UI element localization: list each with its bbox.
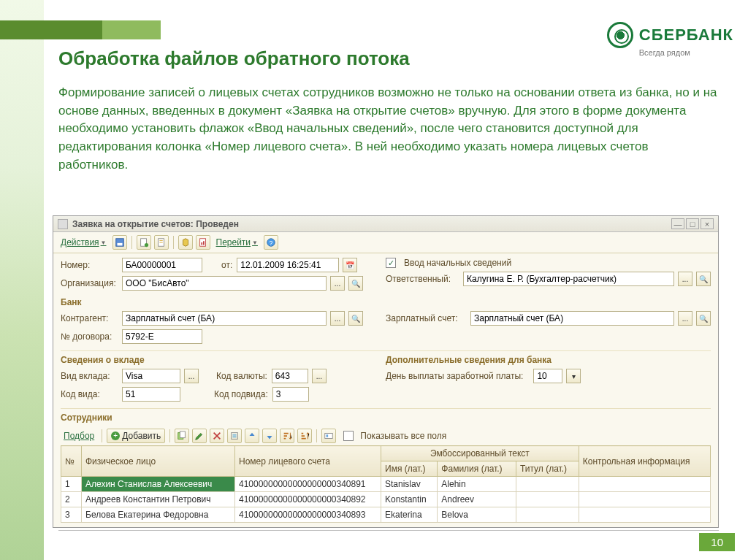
contragent-input[interactable]	[122, 311, 327, 326]
svg-rect-1	[117, 243, 122, 246]
move-up-icon[interactable]	[245, 429, 259, 443]
select-link[interactable]: Подбор	[61, 429, 97, 442]
contragent-select-button[interactable]: ...	[330, 311, 345, 326]
settings-icon[interactable]	[321, 429, 336, 443]
actions-menu[interactable]: Действия▼	[58, 236, 110, 249]
bank-section-header: Банк	[61, 297, 711, 307]
contragent-label: Контрагент:	[61, 313, 118, 323]
initial-data-label: Ввод начальных сведений	[404, 258, 511, 268]
payout-day-label: День выплаты заработной платы:	[386, 371, 523, 381]
table-row[interactable]: 3 Белова Екатерина Федоровна 41000000000…	[61, 507, 711, 523]
footer-divider	[58, 530, 719, 531]
subkind-input[interactable]	[272, 387, 309, 402]
move-down-icon[interactable]	[262, 429, 277, 443]
deposit-type-select-button[interactable]: ...	[184, 369, 199, 383]
resp-search-button[interactable]: 🔍	[696, 272, 711, 286]
contragent-search-button[interactable]: 🔍	[348, 311, 363, 326]
deposit-section-header: Сведения о вкладе	[61, 350, 386, 365]
svg-text:?: ?	[270, 239, 273, 247]
contract-input[interactable]	[122, 329, 202, 344]
initial-data-checkbox[interactable]: ✓	[386, 258, 396, 268]
svg-rect-11	[180, 431, 186, 438]
employees-table: № Физическое лицо Номер лицевого счета Э…	[61, 445, 711, 523]
number-label: Номер:	[61, 260, 118, 270]
maximize-button[interactable]: □	[686, 218, 699, 229]
table-row[interactable]: 2 Андреев Константин Петрович 4100000000…	[61, 492, 711, 507]
from-label: от:	[221, 260, 232, 270]
sort-asc-icon[interactable]	[280, 429, 294, 443]
add-button[interactable]: +Добавить	[107, 429, 165, 443]
col-account[interactable]: Номер лицевого счета	[235, 446, 381, 477]
row-refresh-icon[interactable]	[227, 429, 242, 443]
resp-select-button[interactable]: ...	[678, 272, 692, 286]
kind-code-input[interactable]	[122, 387, 180, 402]
deposit-type-label: Вид вклада:	[61, 371, 118, 381]
org-search-button[interactable]: 🔍	[348, 276, 363, 291]
sort-desc-icon[interactable]	[297, 429, 312, 443]
brand-tagline: Всегда рядом	[639, 48, 733, 57]
payout-day-input[interactable]	[533, 369, 562, 383]
application-window: Заявка на открытие счетов: Проведен — □ …	[53, 215, 719, 528]
col-person[interactable]: Физическое лицо	[82, 446, 235, 477]
toolbar-icon-report[interactable]	[196, 235, 210, 250]
toolbar-icon-help[interactable]: ?	[264, 235, 278, 250]
salary-acc-label: Зарплатный счет:	[386, 313, 466, 323]
minimize-button[interactable]: —	[671, 218, 684, 229]
slide-paragraph: Формирование записей о лицевых счетах со…	[58, 84, 719, 174]
slide-title: Обработка файлов обратного потока	[58, 47, 410, 70]
svg-point-3	[144, 243, 148, 247]
col-control[interactable]: Контрольная информация	[579, 446, 710, 477]
window-icon	[58, 219, 68, 229]
goto-menu[interactable]: Перейти▼	[213, 236, 261, 249]
window-titlebar[interactable]: Заявка на открытие счетов: Проведен — □ …	[53, 216, 718, 232]
brand-name: СБЕРБАНК	[639, 26, 733, 45]
payout-day-spinner[interactable]: ▾	[566, 369, 581, 383]
toolbar-icon-save[interactable]	[112, 235, 127, 250]
salary-acc-select-button[interactable]: ...	[678, 311, 692, 326]
col-emboss[interactable]: Эмбоссированный текст	[381, 446, 579, 461]
number-input[interactable]	[122, 258, 202, 272]
org-label: Организация:	[61, 278, 118, 288]
contract-label: № договора:	[61, 331, 118, 342]
org-input[interactable]	[122, 276, 327, 291]
row-edit-icon[interactable]	[192, 429, 207, 443]
main-toolbar: Действия▼ Перейти▼ ?	[53, 232, 718, 253]
resp-label: Ответственный:	[386, 274, 459, 284]
col-title-lat[interactable]: Титул (лат.)	[516, 461, 579, 477]
extra-section-header: Дополнительные сведения для банка	[386, 350, 711, 365]
svg-rect-14	[327, 434, 329, 437]
show-all-label: Показывать все поля	[360, 431, 446, 441]
svg-rect-6	[201, 242, 202, 245]
window-title: Заявка на открытие счетов: Проведен	[72, 219, 671, 229]
svg-rect-7	[203, 241, 205, 245]
subkind-label: Код подвида:	[214, 389, 268, 399]
kind-code-label: Код вида:	[61, 389, 118, 399]
sberbank-logo-icon	[607, 22, 633, 48]
row-delete-icon[interactable]	[210, 429, 224, 443]
page-number: 10	[699, 533, 735, 551]
date-picker-button[interactable]: 📅	[343, 258, 357, 272]
toolbar-icon-doc1[interactable]	[137, 235, 151, 250]
show-all-checkbox[interactable]	[343, 431, 354, 441]
svg-rect-5	[199, 239, 205, 247]
salary-acc-input[interactable]	[470, 311, 674, 326]
currency-select-button[interactable]: ...	[312, 369, 327, 383]
table-row[interactable]: 1 Алехин Станислав Алексеевич 4100000000…	[61, 477, 711, 492]
svg-rect-13	[325, 434, 333, 439]
col-num[interactable]: №	[61, 446, 82, 477]
deposit-type-input[interactable]	[122, 369, 180, 383]
brand-block: СБЕРБАНК Всегда рядом	[607, 22, 733, 57]
col-surname-lat[interactable]: Фамилия (лат.)	[438, 461, 516, 477]
employees-section-header: Сотрудники	[61, 408, 711, 423]
org-select-button[interactable]: ...	[330, 276, 345, 291]
resp-input[interactable]	[463, 272, 674, 286]
col-name-lat[interactable]: Имя (лат.)	[381, 461, 438, 477]
row-copy-icon[interactable]	[175, 429, 189, 443]
date-input[interactable]	[237, 258, 339, 272]
currency-input[interactable]	[272, 369, 308, 383]
toolbar-icon-exchange[interactable]	[178, 235, 193, 250]
decorative-leaf-bg	[0, 0, 44, 560]
salary-acc-search-button[interactable]: 🔍	[696, 311, 711, 326]
close-button[interactable]: ×	[701, 218, 714, 229]
toolbar-icon-doc2[interactable]	[154, 235, 169, 250]
